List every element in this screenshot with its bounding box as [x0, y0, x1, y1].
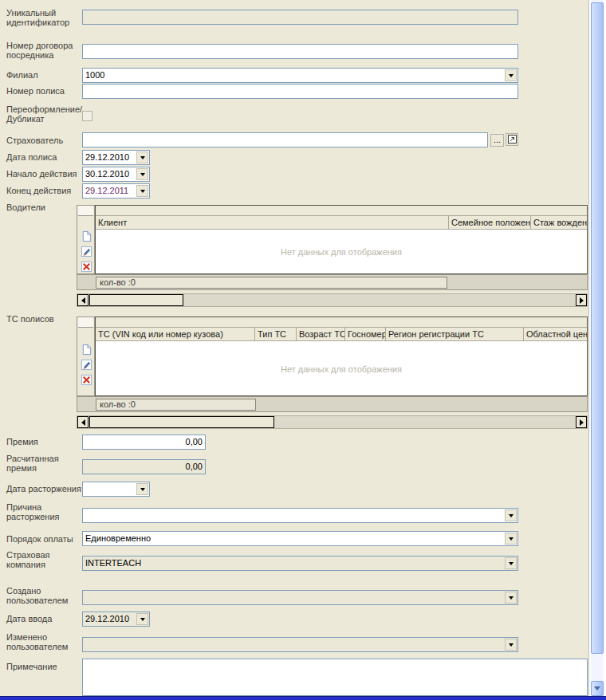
chevron-down-icon[interactable]: [136, 168, 148, 180]
entry-date-value: 29.12.2010: [85, 612, 135, 626]
termination-reason-label: Причина расторжения: [6, 502, 82, 521]
entry-date-label: Дата ввода: [6, 614, 82, 623]
delete-record-icon: [81, 374, 92, 386]
column-header-driving-experience[interactable]: Стаж вождения: [531, 216, 587, 230]
termination-reason-select[interactable]: [82, 508, 518, 523]
delete-record-icon: [81, 261, 92, 273]
vehicles-grid-body: Нет данных для отображения: [96, 342, 587, 395]
column-header-registration-region[interactable]: Регион регистрации ТС: [386, 328, 524, 341]
new-document-icon: [81, 344, 92, 356]
scroll-right-button[interactable]: [576, 416, 587, 428]
payment-order-select[interactable]: Единовременно: [82, 531, 518, 546]
chevron-down-icon[interactable]: [505, 69, 517, 81]
new-document-icon: [81, 230, 92, 242]
branch-select[interactable]: 1000: [82, 68, 518, 83]
vehicles-empty-text: Нет данных для отображения: [281, 364, 402, 374]
drivers-delete-button[interactable]: [80, 260, 93, 273]
vehicles-group-band: [96, 317, 587, 328]
premium-label: Премия: [6, 437, 82, 446]
column-header-client[interactable]: Клиент: [96, 216, 449, 230]
drivers-group-band: [96, 206, 587, 216]
drivers-grid[interactable]: Клиент Семейное положение Стаж вождения …: [95, 205, 588, 274]
branch-label: Филиал: [6, 70, 82, 80]
termination-date-label: Дата расторжения: [6, 484, 82, 494]
column-header-plate-number[interactable]: Госномер: [345, 328, 386, 341]
vehicles-edit-button[interactable]: [80, 358, 93, 372]
unique-identifier-label: Уникальный идентификатор: [6, 8, 82, 27]
start-date-select[interactable]: 30.12.2010: [82, 167, 150, 182]
chevron-down-icon[interactable]: [505, 592, 517, 604]
column-header-vehicle-age[interactable]: Возраст ТС: [297, 328, 345, 341]
scroll-right-button[interactable]: [576, 294, 587, 306]
reissue-duplicate-checkbox[interactable]: [82, 111, 92, 121]
arrow-left-icon: [81, 419, 85, 426]
termination-date-select[interactable]: [82, 482, 150, 497]
modified-by-select: [82, 637, 518, 652]
chevron-down-icon[interactable]: [136, 483, 148, 495]
created-by-select: [82, 590, 518, 605]
calculated-premium-input: 0,00: [82, 459, 206, 474]
drivers-empty-text: Нет данных для отображения: [281, 247, 402, 257]
chevron-down-icon[interactable]: [136, 185, 148, 197]
column-header-vehicle-type[interactable]: Тип ТС: [255, 328, 297, 341]
scroll-left-button[interactable]: [77, 294, 89, 306]
end-date-value: 29.12.2011: [85, 184, 135, 198]
open-in-new-icon: [508, 135, 517, 144]
policy-date-value: 29.12.2010: [85, 151, 135, 164]
chevron-down-icon[interactable]: [136, 151, 148, 163]
column-header-marital-status[interactable]: Семейное положение: [449, 216, 531, 230]
drivers-hscrollbar[interactable]: [77, 293, 588, 307]
intermediary-contract-input[interactable]: [82, 44, 518, 59]
drivers-section-label: Водители: [6, 203, 82, 212]
chevron-down-icon[interactable]: [505, 509, 517, 521]
vehicles-toolbar: [77, 317, 95, 396]
drivers-add-button[interactable]: [80, 230, 93, 243]
page-vscrollbar[interactable]: [591, 0, 604, 696]
start-date-value: 30.12.2010: [85, 167, 135, 181]
calculated-premium-label: Расчитанная премия: [6, 454, 82, 473]
drivers-toolbar: [77, 205, 95, 274]
policy-form: Уникальный идентификатор Номер договора …: [0, 0, 589, 696]
vscroll-thumb[interactable]: [591, 2, 604, 654]
scroll-down-button[interactable]: [591, 681, 604, 696]
vehicles-delete-button[interactable]: [80, 373, 93, 387]
premium-input[interactable]: 0,00: [82, 435, 206, 450]
chevron-down-icon[interactable]: [505, 557, 517, 569]
chevron-down-icon[interactable]: [505, 533, 517, 545]
entry-date-select: 29.12.2010: [82, 612, 150, 627]
insured-input[interactable]: [82, 132, 488, 147]
arrow-right-icon: [580, 297, 584, 304]
vehicles-count: кол-во :0: [96, 399, 256, 411]
policy-date-label: Дата полиса: [6, 152, 82, 162]
end-date-select[interactable]: 29.12.2011: [82, 183, 150, 199]
arrow-right-icon: [580, 419, 584, 426]
vehicles-hscroll-thumb[interactable]: [89, 416, 274, 428]
drivers-edit-button[interactable]: [80, 245, 93, 258]
payment-order-label: Порядок оплаты: [6, 534, 82, 544]
vehicles-add-button[interactable]: [80, 343, 93, 356]
insured-open-button[interactable]: [506, 133, 518, 146]
insured-browse-button[interactable]: ...: [490, 134, 504, 147]
policy-date-select[interactable]: 29.12.2010: [82, 150, 150, 165]
start-date-label: Начало действия: [6, 169, 82, 179]
drivers-hscroll-thumb[interactable]: [89, 294, 183, 306]
insurance-company-label: Страховая компания: [6, 550, 82, 569]
vehicles-hscrollbar[interactable]: [77, 415, 588, 429]
insurance-company-value: INTERTEACH: [85, 556, 503, 570]
policy-number-input[interactable]: [82, 84, 518, 99]
insurance-company-select: INTERTEACH: [82, 556, 518, 571]
note-textarea[interactable]: [82, 659, 588, 696]
drivers-count: кол-во :0: [96, 277, 447, 289]
column-header-regional-center[interactable]: Областной центр: [524, 328, 587, 341]
drivers-grid-body: Нет данных для отображения: [96, 230, 587, 273]
chevron-down-icon[interactable]: [136, 613, 148, 625]
drivers-grid-header: Клиент Семейное положение Стаж вождения: [96, 216, 587, 230]
vehicles-section-label: ТС полисов: [6, 314, 82, 324]
scroll-left-button[interactable]: [77, 416, 89, 428]
vehicles-grid[interactable]: ТС (VIN код или номер кузова) Тип ТС Воз…: [95, 317, 588, 396]
chevron-down-icon[interactable]: [505, 639, 517, 651]
vehicles-count-bar: кол-во :0: [77, 396, 588, 412]
note-label: Примечание: [6, 662, 82, 671]
column-header-vin[interactable]: ТС (VIN код или номер кузова): [96, 328, 255, 341]
end-date-label: Конец действия: [6, 186, 82, 195]
